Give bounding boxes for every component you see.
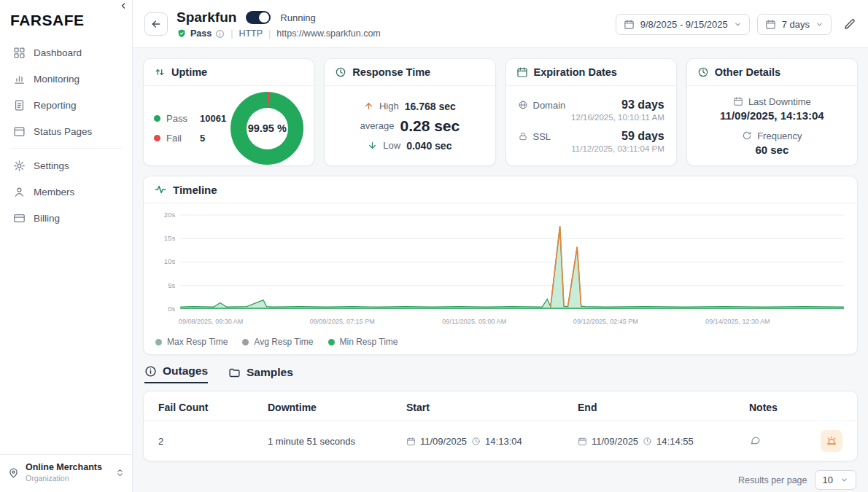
sidebar-item-settings[interactable]: Settings (0, 152, 132, 179)
col-downtime: Downtime (268, 402, 406, 413)
response-high-value: 16.768 sec (405, 101, 456, 112)
domain-expiry-date: 12/16/2025, 10:10:11 AM (518, 113, 664, 122)
legend-label: Min Resp Time (340, 337, 398, 347)
fail-count-cell: 2 (158, 436, 268, 447)
info-icon[interactable] (215, 29, 225, 39)
svg-text:20s: 20s (164, 211, 176, 219)
clock-icon (643, 437, 652, 446)
downtime-cell: 1 minute 51 seconds (268, 436, 406, 447)
arrow-up-icon (364, 101, 373, 111)
sidebar-divider (10, 148, 122, 149)
timeline-legend-dot-0 (155, 339, 162, 345)
tab-samples[interactable]: Samples (228, 366, 293, 383)
ssl-days-value: 59 days (621, 130, 664, 143)
report-icon (13, 99, 26, 112)
other-details-card: Other Details Last Downtime 11/09/2025, … (686, 58, 858, 166)
uptime-pass-label: Pass (166, 113, 188, 124)
uptime-legend: Pass 10061 Fail 5 (154, 113, 226, 144)
dashboard-icon (13, 47, 26, 59)
legend-item-min[interactable]: Min Resp Time (328, 337, 398, 347)
sidebar-item-label: Monitoring (34, 74, 80, 85)
legend-item-max[interactable]: Max Resp Time (155, 337, 228, 347)
uptime-pass-value: 10061 (200, 113, 226, 124)
start-time: 14:13:04 (485, 436, 522, 447)
running-label: Running (280, 12, 315, 23)
sidebar-item-members[interactable]: Members (0, 179, 132, 205)
col-start: Start (406, 402, 578, 413)
monitor-url-link[interactable]: https://www.sparkfun.com (276, 28, 380, 39)
svg-text:10s: 10s (164, 257, 176, 265)
timeline-legend-dot-2 (328, 339, 335, 345)
sidebar-item-dashboard[interactable]: Dashboard (0, 39, 132, 66)
timeline-chart[interactable]: 0s5s10s15s20s09/08/2025, 09:30 AM09/09/2… (144, 203, 857, 335)
sort-arrows-icon (154, 66, 166, 78)
lock-icon (518, 131, 528, 141)
col-end: End (578, 402, 749, 413)
running-toggle[interactable] (246, 11, 271, 24)
edit-pencil-icon[interactable] (843, 17, 856, 31)
sidebar-item-monitoring[interactable]: Monitoring (0, 66, 132, 92)
org-switcher[interactable]: Online Merchants Organization (0, 454, 132, 492)
location-pin-icon (7, 466, 20, 479)
range-preset-select[interactable]: 7 days (757, 14, 832, 35)
folder-icon (228, 367, 241, 379)
uptime-fail-row: Fail 5 (154, 133, 226, 144)
tab-outages[interactable]: Outages (144, 364, 208, 383)
card-title: Response Time (352, 66, 430, 78)
end-cell: 11/09/2025 14:14:55 (578, 436, 749, 447)
svg-text:0s: 0s (168, 305, 175, 313)
svg-text:09/12/2025, 02:45 PM: 09/12/2025, 02:45 PM (573, 318, 638, 325)
chevron-down-icon (840, 476, 848, 484)
sidebar: FARSAFE Dashboard Monitoring Reporting S… (0, 0, 133, 492)
start-date: 11/09/2025 (420, 436, 467, 447)
expiration-card: Expiration Dates Domain 93 days 12/16/20… (505, 58, 677, 166)
calendar-icon (765, 19, 776, 30)
response-avg-label: average (360, 120, 395, 131)
sidebar-menu: Dashboard Monitoring Reporting Status Pa… (0, 39, 132, 231)
col-fail-count: Fail Count (158, 402, 268, 413)
stat-cards: Uptime Pass 10061 Fail 5 (133, 48, 868, 166)
back-button[interactable] (144, 12, 168, 36)
header-controls: 9/8/2025 - 9/15/2025 7 days (616, 14, 856, 35)
comment-bubble-icon[interactable] (749, 434, 761, 446)
start-cell: 11/09/2025 14:13:04 (406, 436, 578, 447)
sidebar-item-label: Dashboard (34, 47, 82, 58)
siren-alert-icon[interactable] (821, 430, 842, 452)
sidebar-item-label: Status Pages (34, 126, 92, 137)
uptime-fail-value: 5 (200, 133, 205, 144)
calendar-icon (624, 19, 635, 30)
table-row[interactable]: 2 1 minute 51 seconds 11/09/2025 14:13:0… (144, 421, 857, 461)
sidebar-collapse-icon[interactable] (119, 1, 128, 10)
date-range-picker[interactable]: 9/8/2025 - 9/15/2025 (616, 14, 750, 35)
svg-text:09/14/2025, 12:30 AM: 09/14/2025, 12:30 AM (705, 318, 770, 325)
sidebar-item-status-pages[interactable]: Status Pages (0, 118, 132, 144)
pagination: Results per page 10 (144, 470, 856, 490)
legend-item-avg[interactable]: Avg Resp Time (242, 337, 313, 347)
timeline-title: Timeline (173, 184, 217, 196)
sidebar-item-billing[interactable]: Billing (0, 205, 132, 231)
svg-text:5s: 5s (168, 281, 175, 289)
globe-icon (518, 100, 528, 110)
tab-samples-label: Samples (247, 366, 293, 379)
sidebar-item-reporting[interactable]: Reporting (0, 92, 132, 118)
legend-label: Max Resp Time (167, 337, 228, 347)
tab-outages-label: Outages (163, 364, 208, 378)
card-title: Expiration Dates (534, 66, 617, 78)
uptime-fail-label: Fail (166, 133, 188, 144)
clock-icon (335, 66, 346, 78)
refresh-icon (742, 130, 752, 141)
svg-text:09/09/2025, 07:15 PM: 09/09/2025, 07:15 PM (310, 318, 375, 325)
org-type: Organization (26, 474, 109, 483)
protocol-label: HTTP (239, 28, 263, 39)
monitor-meta: Pass | HTTP | https://www.sparkfun.com (177, 28, 381, 39)
range-preset-value: 7 days (782, 19, 810, 30)
ssl-label: SSL (533, 131, 551, 142)
separator: | (268, 28, 271, 39)
chevron-down-icon (815, 20, 824, 28)
org-expander-icon[interactable] (115, 468, 125, 477)
main-area: Sparkfun Running Pass | HTTP | https://w… (133, 0, 868, 492)
uptime-donut-hole: 99.95 % (247, 108, 288, 149)
page-size-select[interactable]: 10 (815, 470, 856, 490)
sidebar-item-label: Members (34, 187, 74, 198)
svg-text:15s: 15s (164, 234, 176, 242)
